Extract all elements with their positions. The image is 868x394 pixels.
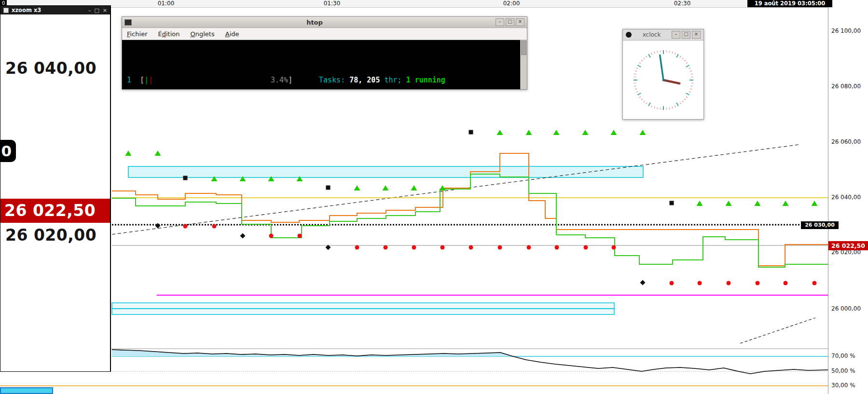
sell-signal-dot — [784, 281, 788, 285]
buy-signal-triangle — [354, 185, 360, 190]
clock-tick — [684, 99, 686, 100]
sell-signal-dot — [813, 281, 817, 285]
terminal-scrollbar[interactable] — [520, 40, 527, 89]
clock-tick — [676, 103, 678, 106]
clock-tick — [646, 103, 647, 104]
htop-menubar: Fichier Édition Onglets Aide — [122, 28, 527, 40]
clock-tick — [639, 96, 641, 97]
buy-signal-triangle — [582, 130, 589, 135]
clock-tick — [637, 93, 641, 95]
sell-signal-dot — [212, 224, 217, 229]
buy-signal-triangle — [526, 130, 532, 135]
clock-tick — [676, 54, 678, 57]
clock-tick — [654, 107, 655, 109]
xzoom-titlebar[interactable]: xzoom x3 – □ × — [0, 6, 110, 14]
last-price-tag: 26 022,50 — [828, 241, 868, 250]
buy-signal-triangle — [783, 201, 789, 206]
sell-signal-dot — [527, 245, 531, 250]
clock-tick — [672, 107, 673, 109]
scrollbar-thumb[interactable] — [521, 41, 526, 55]
minimize-button[interactable]: – — [496, 18, 504, 26]
clock-tick — [682, 101, 684, 102]
signal-zone — [112, 309, 614, 314]
clock-tick — [680, 103, 681, 104]
xclock-titlebar[interactable]: xclock – □ × — [623, 29, 703, 41]
clock-tick — [669, 51, 670, 53]
xzoom-window: xzoom x3 – □ × 26 040,00 0 26 022,50 26 … — [0, 5, 111, 372]
htop-window-title: htop — [134, 19, 496, 26]
maximize-button[interactable]: □ — [506, 18, 514, 26]
tasks-count: 78, — [349, 76, 367, 84]
minimize-button[interactable]: – — [88, 7, 91, 14]
clock-tick — [690, 89, 692, 89]
time-axis — [0, 0, 868, 8]
price-axis-label: 26 000,00 — [831, 305, 861, 312]
sell-signal-dot — [298, 234, 302, 238]
meter-bar: | — [144, 76, 149, 84]
taskbar-fragment[interactable] — [0, 387, 53, 394]
minimize-button[interactable]: – — [672, 31, 680, 39]
clock-tick — [672, 52, 673, 54]
clock-tick — [641, 99, 643, 100]
price-axis-label: 26 040,00 — [831, 194, 861, 201]
close-button[interactable]: × — [516, 18, 524, 26]
sell-signal-dot — [698, 281, 702, 285]
cpu1-row: 1 [||3.4%]Tasks: 78, 205 thr; 1 running — [127, 74, 520, 86]
menu-item-fichier[interactable]: Fichier — [127, 30, 148, 38]
clock-tick — [686, 93, 689, 95]
buy-signal-triangle — [640, 130, 646, 135]
clock-tick — [654, 52, 655, 54]
magnified-last-price-tag: 26 022,50 — [0, 199, 110, 223]
maximize-button[interactable]: □ — [94, 7, 99, 14]
clock-center — [662, 79, 665, 82]
htop-titlebar[interactable]: htop – □ × — [122, 17, 527, 28]
clock-tick — [684, 60, 686, 62]
clock-tick — [651, 53, 652, 54]
buy-signal-triangle — [812, 201, 818, 206]
menu-item-onglets[interactable]: Onglets — [191, 30, 215, 38]
clock-tick — [689, 92, 691, 93]
clock-tick — [641, 60, 643, 62]
clock-tick — [636, 92, 638, 93]
sell-signal-dot — [555, 245, 559, 250]
magnified-price-lower: 26 020,00 — [5, 226, 96, 245]
buy-signal-triangle — [755, 201, 761, 206]
running-count: 1 running — [406, 76, 445, 84]
hour-hand — [663, 80, 679, 83]
trendline[interactable] — [740, 318, 815, 343]
window-icon — [3, 8, 9, 13]
buy-signal-triangle — [497, 130, 503, 135]
close-button[interactable]: × — [103, 7, 107, 14]
xzoom-window-title: xzoom x3 — [12, 7, 41, 14]
clock-tick — [646, 56, 647, 57]
close-button[interactable]: × — [692, 31, 701, 39]
price-axis-label: 26 100,00 — [831, 27, 861, 34]
maximize-button[interactable]: □ — [682, 31, 690, 39]
sell-signal-dot — [584, 245, 588, 250]
htop-terminal[interactable]: 1 [||3.4%]Tasks: 78, 205 thr; 1 running … — [122, 40, 527, 89]
buy-signal-triangle — [726, 201, 732, 206]
percent-axis-label: 70,00 % — [831, 353, 855, 359]
sell-signal-dot — [269, 234, 274, 238]
htop-window: htop – □ × Fichier Édition Onglets Aide … — [122, 16, 527, 90]
clock-tick — [637, 65, 641, 67]
square-marker — [183, 176, 188, 180]
sell-signal-dot — [498, 245, 502, 250]
clock-tick — [634, 74, 636, 74]
sell-signal-dot — [384, 245, 388, 250]
clock-tick — [648, 103, 650, 106]
buy-signal-triangle — [611, 130, 617, 135]
clock-tick — [651, 106, 652, 108]
square-marker — [469, 130, 473, 135]
clock-tick — [644, 101, 645, 102]
desktop: 0 19 août 2019 03:05:00 26 030,00 26 022… — [0, 0, 868, 394]
clock-tick — [686, 65, 689, 67]
menu-item-aide[interactable]: Aide — [225, 30, 239, 38]
timestamp-tag: 19 août 2019 03:05:00 — [747, 0, 832, 7]
time-axis-label: 01:30 — [324, 0, 341, 7]
diamond-marker — [155, 223, 161, 229]
clock-tick — [644, 58, 645, 59]
xclock-window: xclock – □ × — [622, 29, 704, 120]
menu-item-edition[interactable]: Édition — [158, 30, 180, 38]
threads-count: 205 — [367, 76, 384, 84]
